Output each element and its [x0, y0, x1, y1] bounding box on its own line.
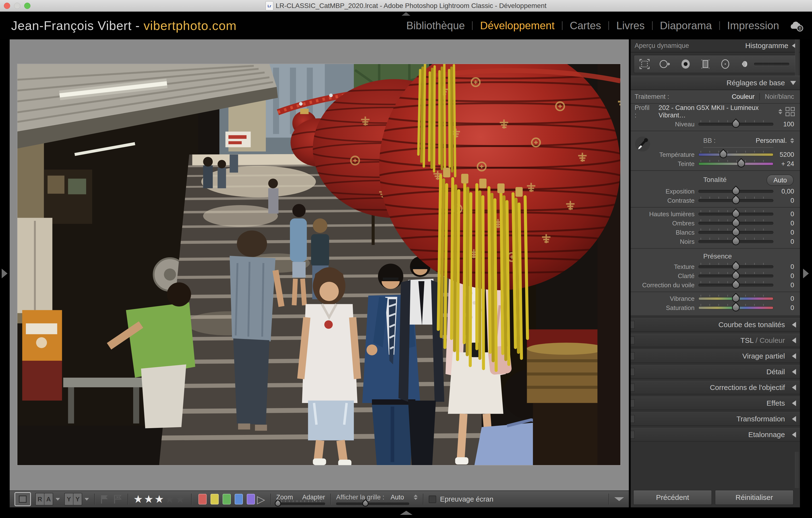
reject-flag-icon[interactable] — [113, 494, 122, 504]
color-label-chip[interactable] — [235, 494, 243, 505]
show-top-panel-arrow[interactable] — [402, 12, 410, 16]
auto-tone-button[interactable]: Auto — [766, 175, 794, 186]
crop-overlay-icon[interactable] — [639, 58, 650, 69]
slider-track[interactable] — [698, 153, 773, 156]
show-filmstrip-arrow[interactable] — [400, 511, 412, 515]
grid-slider[interactable] — [336, 502, 409, 505]
graduated-filter-icon[interactable] — [700, 58, 711, 69]
profile-value[interactable]: 202 - Canon G5X MKII - Lumineux Vibrant… — [659, 104, 778, 119]
slider-value[interactable]: 0 — [773, 220, 794, 227]
toolbar-options-arrow-icon[interactable] — [614, 497, 624, 501]
slider-track[interactable] — [698, 240, 773, 243]
pick-flag-icon[interactable] — [100, 494, 109, 504]
panel-toggle-chip[interactable] — [631, 399, 635, 407]
play-icon[interactable]: ▷ — [257, 493, 265, 506]
module-tab-cartes[interactable]: Cartes — [569, 20, 603, 32]
grid-value[interactable]: Auto — [390, 494, 404, 501]
module-tab-impression[interactable]: Impression — [726, 20, 781, 32]
split-dropdown-arrow-icon[interactable] — [85, 498, 89, 500]
collapse-right-panel-arrow[interactable] — [803, 269, 809, 278]
slider-track[interactable] — [698, 162, 773, 165]
slider-track[interactable] — [698, 297, 773, 300]
profile-updown-icon[interactable] — [778, 109, 782, 114]
panel-toggle-chip[interactable] — [631, 415, 635, 423]
panel-toggle-chip[interactable] — [631, 321, 635, 329]
red-eye-icon[interactable] — [680, 58, 691, 69]
panel-header-virage-partiel[interactable]: Virage partiel — [631, 349, 800, 363]
slider-value[interactable]: 0 — [773, 210, 794, 218]
color-label-chip[interactable] — [210, 494, 219, 505]
panel-scrollbar[interactable] — [795, 452, 799, 488]
panel-toggle-chip[interactable] — [631, 368, 635, 376]
slider-track[interactable] — [698, 222, 773, 225]
panel-scrollbar[interactable] — [795, 39, 799, 75]
profile-browser-icon[interactable] — [785, 106, 795, 117]
slider-value[interactable]: 0 — [773, 197, 794, 204]
star-icon[interactable]: ★ — [144, 493, 154, 505]
expand-arrow-icon[interactable] — [790, 81, 796, 85]
slider-track[interactable] — [698, 190, 773, 193]
star-icon[interactable]: ★ — [175, 493, 186, 505]
module-tab-développement[interactable]: Développement — [478, 20, 556, 32]
treatment-color-option[interactable]: Couleur — [732, 93, 755, 100]
slider-value[interactable]: 5200 — [773, 151, 794, 158]
star-rating[interactable]: ★★★★★ — [134, 494, 186, 505]
wb-updown-icon[interactable] — [790, 138, 794, 143]
reset-button[interactable]: Réinitialiser — [715, 490, 794, 505]
zoom-slider[interactable] — [276, 502, 325, 505]
star-icon[interactable]: ★ — [134, 493, 144, 505]
slider-track[interactable] — [698, 274, 773, 277]
panel-header-corrections-de-l-objectif[interactable]: Corrections de l'objectif — [631, 381, 800, 394]
slider-value[interactable]: 100 — [773, 121, 794, 128]
slider-track[interactable] — [698, 284, 773, 286]
panel-header-effets[interactable]: Effets — [631, 396, 800, 410]
slider-track[interactable] — [698, 265, 773, 268]
previous-button[interactable]: Précédent — [633, 490, 712, 505]
module-tab-livres[interactable]: Livres — [615, 20, 646, 32]
show-left-panel-arrow[interactable] — [2, 269, 7, 278]
slider-value[interactable]: 0,00 — [773, 188, 794, 195]
wb-eyedropper-icon[interactable] — [635, 136, 650, 152]
star-icon[interactable]: ★ — [154, 493, 165, 505]
panel-header-tsl[interactable]: TSL / Couleur — [631, 334, 800, 347]
minimize-button[interactable] — [14, 3, 20, 9]
module-tab-bibliothèque[interactable]: Bibliothèque — [405, 20, 466, 32]
spot-removal-icon[interactable] — [659, 58, 671, 69]
panel-toggle-chip[interactable] — [631, 337, 635, 344]
slider-track[interactable] — [698, 306, 773, 309]
cloud-sync-alert-icon[interactable]: ! — [789, 20, 805, 32]
color-labels[interactable] — [198, 494, 255, 505]
zoom-button[interactable] — [24, 3, 30, 9]
smart-preview-label[interactable]: Aperçu dynamique — [635, 42, 689, 50]
panel-header-transformation[interactable]: Transformation — [631, 412, 800, 426]
slider-value[interactable]: 0 — [773, 304, 794, 312]
slider-track[interactable] — [698, 123, 773, 126]
slider-value[interactable]: 0 — [773, 229, 794, 236]
slider-value[interactable]: + 24 — [773, 160, 794, 168]
radial-filter-icon[interactable] — [720, 58, 731, 69]
before-after-view-button[interactable]: R A — [35, 493, 53, 506]
slider-track[interactable] — [698, 231, 773, 234]
treatment-bw-option[interactable]: Noir/blanc — [765, 93, 794, 100]
histogram-header[interactable]: Aperçu dynamique Histogramme — [631, 39, 800, 53]
color-label-chip[interactable] — [198, 494, 207, 505]
slider-value[interactable]: 0 — [773, 238, 794, 245]
star-icon[interactable]: ★ — [165, 493, 175, 505]
slider-value[interactable]: 0 — [773, 272, 794, 280]
slider-track[interactable] — [698, 199, 773, 202]
loupe-view-button[interactable] — [14, 492, 31, 506]
color-label-chip[interactable] — [247, 494, 255, 505]
basic-panel-header[interactable]: Réglages de base — [631, 75, 800, 90]
close-button[interactable] — [4, 3, 10, 9]
slider-value[interactable]: 0 — [773, 281, 794, 289]
panel-toggle-chip[interactable] — [631, 352, 635, 360]
panel-header-courbe-des-tonalit-s[interactable]: Courbe des tonalités — [631, 318, 800, 332]
module-tab-diaporama[interactable]: Diaporama — [659, 20, 714, 32]
panel-header-etalonnage[interactable]: Etalonnage — [631, 428, 800, 441]
fit-label[interactable]: Adapter — [302, 494, 325, 501]
slider-track[interactable] — [698, 213, 773, 215]
soft-proof-checkbox[interactable] — [429, 495, 436, 503]
panel-toggle-chip[interactable] — [631, 384, 635, 391]
adjustment-brush-icon[interactable] — [740, 58, 751, 69]
wb-value[interactable]: Personnal. — [756, 137, 787, 145]
